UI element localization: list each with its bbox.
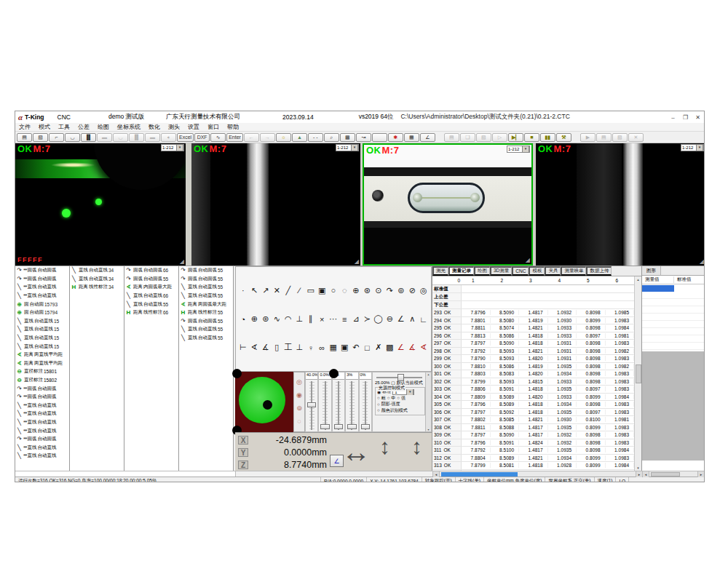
camera-magnification-dropdown[interactable]: 1-212▾ <box>336 144 359 151</box>
table-tab[interactable]: 3D测量 <box>490 266 512 276</box>
table-row[interactable]: 309OK 7.8797 8.5090 1.4817 1.0932 0.8098… <box>432 431 634 439</box>
arrow-left-button[interactable]: ← <box>244 133 259 142</box>
circle-scan-tool-icon[interactable]: ◌ <box>339 284 351 296</box>
camera-magnification-dropdown[interactable]: 1-212▾ <box>507 146 530 153</box>
panel-horizontal-scrollbar[interactable]: ◂ ▸ <box>643 471 704 477</box>
preview-button[interactable]: ❏ <box>460 133 475 142</box>
play-to-end-button[interactable]: ▶▏ <box>508 133 523 142</box>
scrollbar-thumb[interactable] <box>636 364 641 383</box>
x-axis-icon[interactable]: X <box>238 436 248 445</box>
light-bulb-button[interactable]: ☼ <box>276 133 291 142</box>
minus-minus-button[interactable]: - - <box>308 133 323 142</box>
slider-thumb[interactable] <box>307 402 316 407</box>
height-dim-tool-icon[interactable]: ▯ <box>272 342 283 354</box>
point-tool-icon[interactable]: · <box>237 284 249 296</box>
i-beam-tool-icon[interactable]: 工 <box>282 342 294 354</box>
spec-row[interactable]: 下公差 <box>432 301 634 309</box>
menu-item[interactable]: 公差 <box>78 123 90 131</box>
column-header[interactable]: 6 <box>606 278 635 283</box>
resize-handle-icon[interactable]: ◢ <box>180 258 184 265</box>
feature-item[interactable]: ↷ *** 圆弧 自动圆弧 <box>15 266 69 275</box>
circle-multi-tool-icon[interactable]: ⊛ <box>362 284 373 296</box>
probe-tool-button[interactable]: ⌐ <box>49 133 64 142</box>
feature-item[interactable]: ╲ 直线 自动直线 34 <box>70 275 124 284</box>
move-tool-button[interactable]: ➧ <box>161 133 176 142</box>
calculator-tool-icon[interactable]: ▩ <box>384 342 396 354</box>
table-tab[interactable]: 测量记录 <box>448 266 474 276</box>
table-tab[interactable]: 测光 <box>432 266 448 276</box>
feature-item[interactable]: ╲ 直线 自动直线 55 <box>179 292 233 300</box>
image-button[interactable]: ▲ <box>292 133 307 142</box>
camera-view-2[interactable]: OKM:7 1-212▾ ◢ <box>191 143 360 266</box>
table-row[interactable]: 293OK 7.8796 8.5090 1.4817 1.0932 0.8098… <box>432 309 634 317</box>
feature-item[interactable]: H 距离 线性标注 55 <box>179 308 233 317</box>
angle-dim-tool-icon[interactable]: ∢ <box>249 342 261 354</box>
chevron-down-icon[interactable]: ▾ <box>522 146 529 153</box>
table-tab[interactable]: 测量映单 <box>561 266 586 276</box>
table-row[interactable]: 305OK 7.8796 8.5089 1.4818 1.0934 0.8098… <box>432 401 634 409</box>
vertex-tool-icon[interactable]: ∧ <box>407 314 419 325</box>
delete-tool-icon[interactable]: ✗ <box>373 342 384 354</box>
table-row[interactable]: 312OK 7.8804 8.5089 1.4821 1.0934 0.8099… <box>432 455 634 463</box>
feature-item[interactable]: ╲ 直线 自动直线 15 <box>15 334 69 343</box>
scroll-right-icon[interactable]: ▸ <box>697 471 704 477</box>
ring-light-3-icon[interactable]: ⊚ <box>296 405 302 412</box>
camera-magnification-dropdown[interactable]: 1-212▾ <box>161 144 184 151</box>
feature-item[interactable]: ↷ *** 圆弧 自动圆弧 <box>15 384 69 393</box>
light-slider[interactable]: 40.0% <box>305 372 318 432</box>
jog-z-icon[interactable]: ↕ <box>411 434 422 459</box>
camera-magnification-dropdown[interactable]: 1-212▾ <box>681 144 704 151</box>
ellipse-tool-icon[interactable]: ◔ <box>237 314 249 325</box>
minimize-button[interactable]: – <box>667 112 679 122</box>
edge-tool-2-button[interactable]: ▐▌ <box>129 133 144 142</box>
chevron-down-icon[interactable]: ▾ <box>406 389 414 396</box>
resize-handle-icon[interactable]: ◢ <box>355 258 359 265</box>
cut-button[interactable]: ✕ <box>628 133 644 142</box>
angle-red-2-tool-icon[interactable]: ∡ <box>407 342 419 354</box>
ring-tool-icon[interactable]: ◎ <box>418 284 430 296</box>
table-horizontal-scrollbar[interactable]: ◂ ▸ <box>433 471 643 477</box>
zoom-slider[interactable] <box>376 374 422 380</box>
profile-button[interactable]: ∿ <box>210 133 226 142</box>
column-header[interactable]: 4 <box>548 278 577 283</box>
pause-button[interactable]: ▮▮ <box>540 133 555 142</box>
feature-item[interactable]: ╲ *** 直线 自动直线 <box>15 452 69 461</box>
feature-item[interactable]: ↷ 圆弧 自动圆弧 55 <box>179 275 233 284</box>
dxf-button[interactable]: DXF <box>194 133 210 142</box>
camera-view-1[interactable]: FFFFF OKM:7 1-212▾ ◢ <box>15 143 186 266</box>
feature-item[interactable]: ╲ 直线 自动直线 34 <box>70 266 124 275</box>
camera-view-3-active[interactable]: OKM:7 1-212▾ ◢ <box>363 143 533 266</box>
feature-item[interactable]: H 距离 线性标注 66 <box>124 308 178 317</box>
table-row[interactable]: 308OK 7.8811 8.5088 1.4817 1.0935 0.8099… <box>432 424 634 432</box>
options-scrollbar[interactable]: ▴ ▾ <box>425 372 431 431</box>
menu-item[interactable]: 设置 <box>188 123 199 131</box>
menu-item[interactable]: 模式 <box>39 123 50 131</box>
feature-item[interactable]: ↷ 圆弧 自动圆弧 55 <box>124 275 178 284</box>
feature-item[interactable]: ╲ 直线 自动直线 15 <box>15 325 69 334</box>
radio-off-icon[interactable]: ○ <box>397 396 400 400</box>
feature-item[interactable]: ╲ *** 直线 自动直线 <box>15 443 69 452</box>
intersection-tool-icon[interactable]: × <box>317 314 328 325</box>
table-row[interactable]: 306OK 7.8797 8.5092 1.4818 1.0935 0.8097… <box>432 409 634 417</box>
pattern-button[interactable]: ▩ <box>340 133 355 142</box>
radio-off-icon[interactable]: ○ <box>377 396 380 400</box>
circle-cross-tool-icon[interactable]: ⊕ <box>350 284 362 296</box>
camera-view-4[interactable]: OKM:7 1-212▾ ◢ <box>536 143 705 266</box>
link-tool-icon[interactable]: ∞ <box>317 342 328 354</box>
ring-light-2-icon[interactable]: ◉ <box>296 392 302 399</box>
table-row[interactable]: 314OK 7.8804 8.5088 1.4820 1.0931 0.8099… <box>432 470 634 471</box>
slider-thumb[interactable] <box>320 424 329 429</box>
spec-row[interactable]: 上公差 <box>432 293 634 301</box>
box-select-tool-icon[interactable]: □ <box>362 342 373 354</box>
lens-tool-2-button[interactable]: ◡ <box>113 133 128 142</box>
table-tab[interactable]: 模板 <box>529 266 545 276</box>
perpendicular-tool-icon[interactable]: ⊥ <box>294 314 306 325</box>
table-row[interactable]: 311OK 7.8792 8.5100 1.4817 1.0935 0.8098… <box>432 447 634 455</box>
light-slider[interactable]: 0.0% <box>318 372 331 432</box>
open-3-button[interactable]: ▧ <box>612 133 628 142</box>
jog-vertical-icon[interactable]: ↕ <box>379 434 390 459</box>
rect-tool-icon[interactable]: ▭ <box>305 284 317 296</box>
spec-row[interactable]: 标准值 <box>432 285 634 293</box>
select-tool-icon[interactable]: ↖ <box>249 284 261 296</box>
feature-item[interactable]: ╲ *** 直线 自动直线 <box>15 292 69 300</box>
